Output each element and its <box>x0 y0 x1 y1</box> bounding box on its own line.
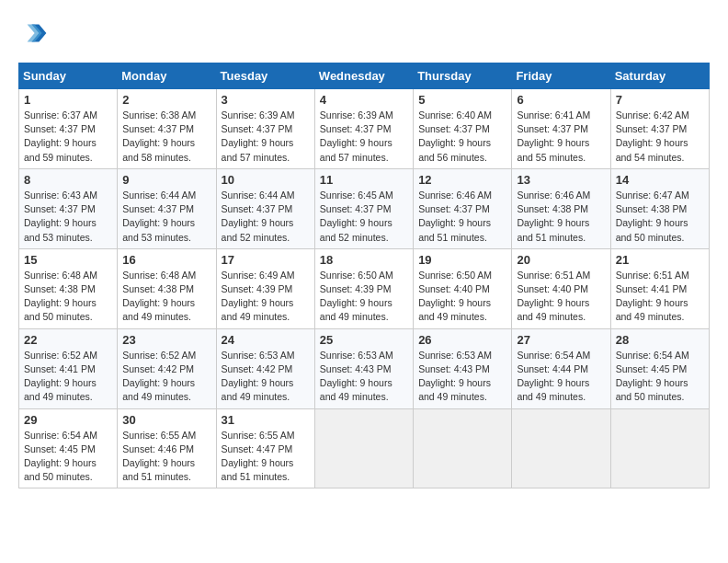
logo <box>18 18 51 48</box>
calendar-cell: 30Sunrise: 6:55 AMSunset: 4:46 PMDayligh… <box>118 408 216 488</box>
day-info: Sunrise: 6:51 AMSunset: 4:40 PMDaylight:… <box>517 269 605 325</box>
calendar-cell: 4Sunrise: 6:39 AMSunset: 4:37 PMDaylight… <box>314 89 413 169</box>
day-info: Sunrise: 6:42 AMSunset: 4:37 PMDaylight:… <box>616 109 704 165</box>
day-info: Sunrise: 6:50 AMSunset: 4:40 PMDaylight:… <box>418 269 506 325</box>
calendar-cell <box>414 408 512 488</box>
day-number: 12 <box>418 173 506 187</box>
calendar-week-row: 15Sunrise: 6:48 AMSunset: 4:38 PMDayligh… <box>19 248 710 328</box>
calendar-cell: 16Sunrise: 6:48 AMSunset: 4:38 PMDayligh… <box>118 248 216 328</box>
day-number: 10 <box>222 173 310 187</box>
calendar-cell: 3Sunrise: 6:39 AMSunset: 4:37 PMDaylight… <box>216 89 314 169</box>
day-info: Sunrise: 6:48 AMSunset: 4:38 PMDaylight:… <box>122 269 210 325</box>
day-number: 3 <box>222 93 310 107</box>
day-info: Sunrise: 6:53 AMSunset: 4:43 PMDaylight:… <box>418 349 506 405</box>
day-info: Sunrise: 6:37 AMSunset: 4:37 PMDaylight:… <box>24 109 112 165</box>
day-number: 8 <box>24 173 112 187</box>
calendar-cell: 10Sunrise: 6:44 AMSunset: 4:37 PMDayligh… <box>216 168 314 248</box>
day-info: Sunrise: 6:46 AMSunset: 4:37 PMDaylight:… <box>418 189 506 245</box>
day-number: 28 <box>616 333 704 347</box>
day-info: Sunrise: 6:47 AMSunset: 4:38 PMDaylight:… <box>616 189 704 245</box>
day-number: 25 <box>320 333 408 347</box>
day-info: Sunrise: 6:41 AMSunset: 4:37 PMDaylight:… <box>517 109 605 165</box>
calendar-cell: 23Sunrise: 6:52 AMSunset: 4:42 PMDayligh… <box>118 328 216 408</box>
calendar-cell: 26Sunrise: 6:53 AMSunset: 4:43 PMDayligh… <box>414 328 512 408</box>
day-number: 19 <box>418 253 506 267</box>
day-number: 16 <box>122 253 210 267</box>
day-number: 6 <box>517 93 605 107</box>
day-info: Sunrise: 6:39 AMSunset: 4:37 PMDaylight:… <box>222 109 310 165</box>
calendar-cell: 18Sunrise: 6:50 AMSunset: 4:39 PMDayligh… <box>314 248 413 328</box>
calendar-cell: 2Sunrise: 6:38 AMSunset: 4:37 PMDaylight… <box>118 89 216 169</box>
day-info: Sunrise: 6:55 AMSunset: 4:47 PMDaylight:… <box>222 429 310 485</box>
calendar-cell: 8Sunrise: 6:43 AMSunset: 4:37 PMDaylight… <box>19 168 118 248</box>
weekday-header: Wednesday <box>314 63 413 89</box>
weekday-header: Sunday <box>19 63 118 89</box>
day-info: Sunrise: 6:48 AMSunset: 4:38 PMDaylight:… <box>24 269 112 325</box>
day-number: 30 <box>122 413 210 427</box>
calendar-cell: 21Sunrise: 6:51 AMSunset: 4:41 PMDayligh… <box>610 248 709 328</box>
calendar-cell: 29Sunrise: 6:54 AMSunset: 4:45 PMDayligh… <box>19 408 118 488</box>
day-number: 9 <box>122 173 210 187</box>
calendar-cell: 27Sunrise: 6:54 AMSunset: 4:44 PMDayligh… <box>512 328 610 408</box>
calendar-cell: 13Sunrise: 6:46 AMSunset: 4:38 PMDayligh… <box>512 168 610 248</box>
logo-icon <box>18 18 48 48</box>
day-info: Sunrise: 6:39 AMSunset: 4:37 PMDaylight:… <box>320 109 408 165</box>
day-number: 15 <box>24 253 112 267</box>
day-info: Sunrise: 6:40 AMSunset: 4:37 PMDaylight:… <box>418 109 506 165</box>
calendar-cell: 6Sunrise: 6:41 AMSunset: 4:37 PMDaylight… <box>512 89 610 169</box>
calendar-cell: 9Sunrise: 6:44 AMSunset: 4:37 PMDaylight… <box>118 168 216 248</box>
day-number: 26 <box>418 333 506 347</box>
day-info: Sunrise: 6:55 AMSunset: 4:46 PMDaylight:… <box>122 429 210 485</box>
calendar-cell: 7Sunrise: 6:42 AMSunset: 4:37 PMDaylight… <box>610 89 709 169</box>
calendar-cell: 31Sunrise: 6:55 AMSunset: 4:47 PMDayligh… <box>216 408 314 488</box>
calendar-week-row: 8Sunrise: 6:43 AMSunset: 4:37 PMDaylight… <box>19 168 710 248</box>
calendar-week-row: 22Sunrise: 6:52 AMSunset: 4:41 PMDayligh… <box>19 328 710 408</box>
calendar-week-row: 29Sunrise: 6:54 AMSunset: 4:45 PMDayligh… <box>19 408 710 488</box>
day-number: 22 <box>24 333 112 347</box>
day-number: 11 <box>320 173 408 187</box>
day-info: Sunrise: 6:50 AMSunset: 4:39 PMDaylight:… <box>320 269 408 325</box>
calendar-cell: 28Sunrise: 6:54 AMSunset: 4:45 PMDayligh… <box>610 328 709 408</box>
page-header <box>18 18 710 48</box>
day-info: Sunrise: 6:45 AMSunset: 4:37 PMDaylight:… <box>320 189 408 245</box>
calendar-cell <box>314 408 413 488</box>
day-number: 14 <box>616 173 704 187</box>
day-number: 29 <box>24 413 112 427</box>
day-info: Sunrise: 6:54 AMSunset: 4:44 PMDaylight:… <box>517 349 605 405</box>
calendar-table: SundayMondayTuesdayWednesdayThursdayFrid… <box>18 63 710 488</box>
day-info: Sunrise: 6:38 AMSunset: 4:37 PMDaylight:… <box>122 109 210 165</box>
calendar-cell <box>610 408 709 488</box>
day-number: 23 <box>122 333 210 347</box>
day-info: Sunrise: 6:43 AMSunset: 4:37 PMDaylight:… <box>24 189 112 245</box>
day-number: 13 <box>517 173 605 187</box>
day-info: Sunrise: 6:52 AMSunset: 4:42 PMDaylight:… <box>122 349 210 405</box>
day-number: 17 <box>222 253 310 267</box>
day-number: 21 <box>616 253 704 267</box>
day-info: Sunrise: 6:53 AMSunset: 4:43 PMDaylight:… <box>320 349 408 405</box>
calendar-cell: 22Sunrise: 6:52 AMSunset: 4:41 PMDayligh… <box>19 328 118 408</box>
weekday-header: Friday <box>512 63 610 89</box>
day-number: 1 <box>24 93 112 107</box>
day-info: Sunrise: 6:46 AMSunset: 4:38 PMDaylight:… <box>517 189 605 245</box>
calendar-cell: 12Sunrise: 6:46 AMSunset: 4:37 PMDayligh… <box>414 168 512 248</box>
day-number: 31 <box>222 413 310 427</box>
calendar-cell: 11Sunrise: 6:45 AMSunset: 4:37 PMDayligh… <box>314 168 413 248</box>
day-info: Sunrise: 6:54 AMSunset: 4:45 PMDaylight:… <box>616 349 704 405</box>
calendar-cell: 24Sunrise: 6:53 AMSunset: 4:42 PMDayligh… <box>216 328 314 408</box>
weekday-header: Saturday <box>610 63 709 89</box>
day-number: 27 <box>517 333 605 347</box>
day-number: 24 <box>222 333 310 347</box>
weekday-header: Monday <box>118 63 216 89</box>
day-info: Sunrise: 6:54 AMSunset: 4:45 PMDaylight:… <box>24 429 112 485</box>
day-info: Sunrise: 6:52 AMSunset: 4:41 PMDaylight:… <box>24 349 112 405</box>
day-info: Sunrise: 6:51 AMSunset: 4:41 PMDaylight:… <box>616 269 704 325</box>
calendar-cell: 17Sunrise: 6:49 AMSunset: 4:39 PMDayligh… <box>216 248 314 328</box>
day-info: Sunrise: 6:44 AMSunset: 4:37 PMDaylight:… <box>222 189 310 245</box>
day-number: 20 <box>517 253 605 267</box>
calendar-week-row: 1Sunrise: 6:37 AMSunset: 4:37 PMDaylight… <box>19 89 710 169</box>
day-number: 18 <box>320 253 408 267</box>
weekday-header-row: SundayMondayTuesdayWednesdayThursdayFrid… <box>19 63 710 89</box>
day-number: 2 <box>122 93 210 107</box>
day-info: Sunrise: 6:49 AMSunset: 4:39 PMDaylight:… <box>222 269 310 325</box>
calendar-cell: 1Sunrise: 6:37 AMSunset: 4:37 PMDaylight… <box>19 89 118 169</box>
